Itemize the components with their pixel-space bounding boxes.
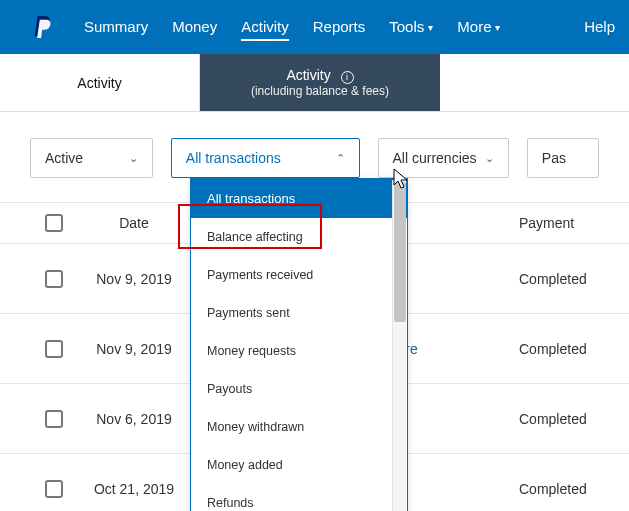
header-date[interactable]: Date: [74, 215, 194, 231]
paypal-logo: [32, 14, 54, 40]
dropdown-option-money-withdrawn[interactable]: Money withdrawn: [191, 408, 407, 446]
filter-status-label: Active: [45, 150, 83, 166]
header-payment-status[interactable]: Payment: [519, 215, 619, 231]
chevron-down-icon: ▾: [428, 22, 433, 33]
dropdown-option-refunds[interactable]: Refunds: [191, 484, 407, 511]
nav-money[interactable]: Money: [172, 14, 217, 41]
dropdown-option-balance-affecting[interactable]: Balance affecting: [191, 218, 407, 256]
chevron-down-icon: ⌄: [129, 152, 138, 165]
row-checkbox[interactable]: [45, 410, 63, 428]
nav-summary[interactable]: Summary: [84, 14, 148, 41]
nav-help[interactable]: Help: [584, 14, 615, 41]
dropdown-option-payouts[interactable]: Payouts: [191, 370, 407, 408]
row-checkbox[interactable]: [45, 340, 63, 358]
dropdown-option-all-transactions[interactable]: All transactions: [191, 179, 407, 218]
chevron-down-icon: ⌄: [485, 152, 494, 165]
nav-activity[interactable]: Activity: [241, 14, 289, 41]
subtab-activity-balance-fees[interactable]: Activity i (including balance & fees): [200, 54, 440, 111]
row-date: Nov 9, 2019: [74, 271, 194, 287]
select-all-checkbox[interactable]: [45, 214, 63, 232]
filter-date-range[interactable]: Pas: [527, 138, 599, 178]
info-icon: i: [341, 71, 354, 84]
nav-reports[interactable]: Reports: [313, 14, 366, 41]
row-status: Completed: [519, 271, 619, 287]
filter-currency[interactable]: All currencies ⌄: [378, 138, 509, 178]
filter-status[interactable]: Active ⌄: [30, 138, 153, 178]
filter-currency-label: All currencies: [393, 150, 477, 166]
sub-tabs: Activity Activity i (including balance &…: [0, 54, 629, 112]
transaction-type-dropdown: All transactions Balance affecting Payme…: [190, 178, 408, 511]
chevron-up-icon: ⌃: [336, 152, 345, 165]
row-status: Completed: [519, 411, 619, 427]
row-checkbox[interactable]: [45, 270, 63, 288]
subtab-label: Activity: [77, 75, 121, 91]
filter-transactions-label: All transactions: [186, 150, 281, 166]
nav-more[interactable]: More▾: [457, 14, 500, 41]
nav-tools[interactable]: Tools▾: [389, 14, 433, 41]
chevron-down-icon: ▾: [495, 22, 500, 33]
top-nav: Summary Money Activity Reports Tools▾ Mo…: [0, 0, 629, 54]
subtab-subtitle: (including balance & fees): [251, 84, 389, 98]
scrollbar-thumb[interactable]: [394, 182, 406, 322]
filters-bar: Active ⌄ All transactions ⌃ All currenci…: [0, 112, 629, 202]
row-checkbox[interactable]: [45, 480, 63, 498]
row-date: Oct 21, 2019: [74, 481, 194, 497]
dropdown-option-payments-sent[interactable]: Payments sent: [191, 294, 407, 332]
filter-date-label: Pas: [542, 150, 566, 166]
subtab-title: Activity: [286, 67, 330, 83]
dropdown-option-payments-received[interactable]: Payments received: [191, 256, 407, 294]
subtab-activity[interactable]: Activity: [0, 54, 200, 111]
row-status: Completed: [519, 341, 619, 357]
dropdown-scrollbar[interactable]: [392, 180, 406, 511]
dropdown-option-money-requests[interactable]: Money requests: [191, 332, 407, 370]
dropdown-option-money-added[interactable]: Money added: [191, 446, 407, 484]
row-date: Nov 9, 2019: [74, 341, 194, 357]
row-date: Nov 6, 2019: [74, 411, 194, 427]
filter-transaction-type[interactable]: All transactions ⌃: [171, 138, 360, 178]
row-status: Completed: [519, 481, 619, 497]
